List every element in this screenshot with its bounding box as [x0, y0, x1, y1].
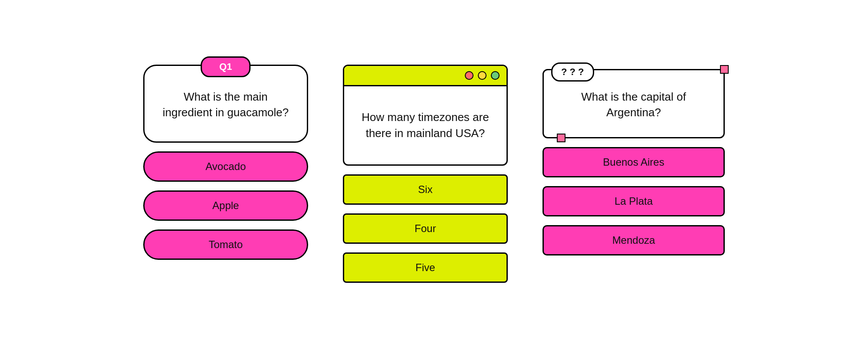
quiz-card-1: Q1 What is the main ingredient in guacam…: [143, 65, 308, 260]
quiz-card-3: ? ? ? What is the capital of Argentina? …: [542, 65, 725, 255]
main-container: Q1 What is the main ingredient in guacam…: [0, 47, 868, 300]
window-box: How many timezones are there in mainland…: [343, 65, 508, 166]
window-dot-green: [491, 71, 500, 80]
speech-container: ? ? ? What is the capital of Argentina?: [542, 65, 725, 138]
window-titlebar: [344, 66, 506, 86]
answer-btn-3-3[interactable]: Mendoza: [542, 225, 725, 255]
question-badge-1: Q1: [201, 56, 250, 77]
question-text-2: How many timezones are there in mainland…: [357, 109, 493, 141]
question-badge-3: ? ? ?: [551, 62, 594, 82]
answer-btn-1-3[interactable]: Tomato: [143, 229, 308, 260]
answer-btn-2-2[interactable]: Four: [343, 213, 508, 244]
window-dot-yellow: [478, 71, 487, 80]
answer-btn-2-1[interactable]: Six: [343, 174, 508, 205]
answer-btn-1-2[interactable]: Apple: [143, 190, 308, 221]
answer-btn-3-2[interactable]: La Plata: [542, 186, 725, 216]
question-text-1: What is the main ingredient in guacamole…: [158, 89, 294, 121]
answer-btn-2-3[interactable]: Five: [343, 252, 508, 283]
question-text-3: What is the capital of Argentina?: [557, 89, 710, 121]
window-content: How many timezones are there in mainland…: [344, 86, 506, 164]
answer-btn-3-1[interactable]: Buenos Aires: [542, 147, 725, 177]
window-dot-red: [465, 71, 473, 80]
answer-btn-1-1[interactable]: Avocado: [143, 151, 308, 182]
question-box-1: Q1 What is the main ingredient in guacam…: [143, 65, 308, 143]
quiz-card-2: How many timezones are there in mainland…: [343, 65, 508, 283]
